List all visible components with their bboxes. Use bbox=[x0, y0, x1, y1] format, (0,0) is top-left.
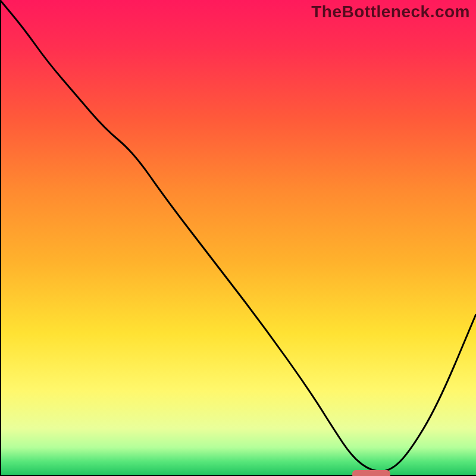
bottleneck-curve bbox=[0, 0, 476, 471]
axis-frame bbox=[1, 0, 476, 475]
chart-container: TheBottleneck.com bbox=[0, 0, 476, 476]
optimal-zone-marker bbox=[352, 470, 390, 476]
chart-svg bbox=[0, 0, 476, 476]
